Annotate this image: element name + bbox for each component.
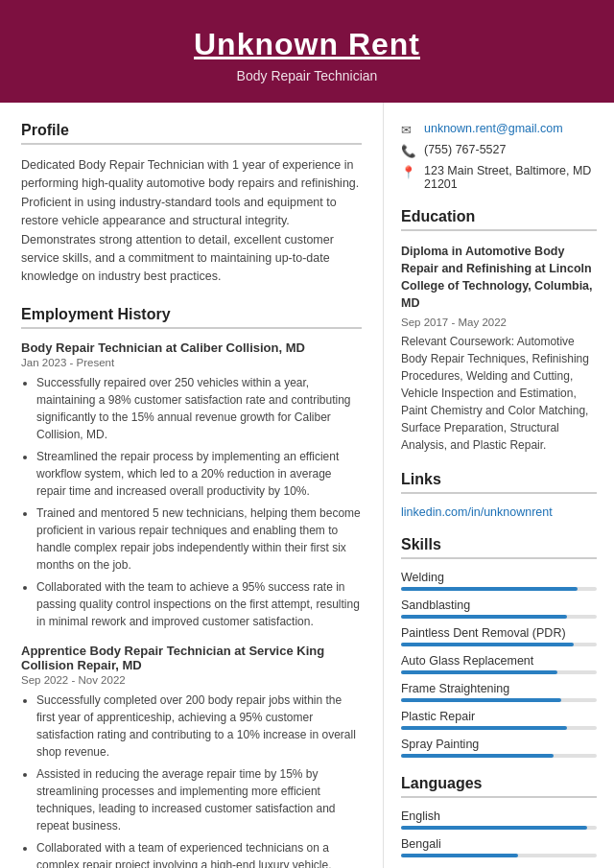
job-title-1: Body Repair Technician at Caliber Collis…: [21, 340, 362, 355]
bullet: Collaborated with the team to achieve a …: [36, 578, 362, 630]
bullet: Collaborated with a team of experienced …: [36, 839, 362, 868]
skill-item: Frame Straightening: [401, 682, 597, 702]
education-divider: [401, 229, 597, 231]
languages-divider: [401, 796, 597, 798]
skill-bar-fill: [401, 698, 561, 702]
skills-title: Skills: [401, 536, 597, 553]
contact-address-item: 📍 123 Main Street, Baltimore, MD 21201: [401, 164, 597, 191]
bullet: Assisted in reducing the average repair …: [36, 765, 362, 834]
left-column: Profile Dedicated Body Repair Technician…: [0, 103, 384, 868]
job-bullets-1: Successfully repaired over 250 vehicles …: [21, 374, 362, 630]
skill-bar-fill: [401, 754, 554, 758]
edu-desc-1: Relevant Coursework: Automotive Body Rep…: [401, 333, 597, 454]
skill-bar-bg: [401, 754, 597, 758]
job-date-2: Sep 2022 - Nov 2022: [21, 674, 362, 686]
resume-header: Unknown Rent Body Repair Technician: [0, 0, 614, 103]
main-layout: Profile Dedicated Body Repair Technician…: [0, 103, 614, 868]
job-title-2: Apprentice Body Repair Technician at Ser…: [21, 644, 362, 672]
lang-bar-fill: [401, 854, 518, 857]
bullet: Streamlined the repair process by implem…: [36, 448, 362, 500]
skill-bar-fill: [401, 670, 557, 674]
skill-item: Spray Painting: [401, 738, 597, 758]
language-item: English: [401, 809, 597, 830]
lang-bar-fill: [401, 826, 587, 830]
contact-phone-item: 📞 (755) 767-5527: [401, 143, 597, 158]
job-bullets-2: Successfully completed over 200 body rep…: [21, 692, 362, 868]
lang-bar-bg: [401, 854, 597, 857]
skills-divider: [401, 557, 597, 559]
job-entry-1: Body Repair Technician at Caliber Collis…: [21, 340, 362, 630]
skill-bar-bg: [401, 615, 597, 619]
skill-item: Sandblasting: [401, 598, 597, 619]
job-entry-2: Apprentice Body Repair Technician at Ser…: [21, 644, 362, 868]
contact-email-item: ✉ unknown.rent@gmail.com: [401, 122, 597, 137]
languages-section: Languages English Bengali: [401, 775, 597, 857]
language-item: Bengali: [401, 837, 597, 857]
skill-bar-fill: [401, 643, 574, 646]
skill-bar-fill: [401, 726, 567, 730]
edu-degree-1: Diploma in Automotive Body Repair and Re…: [401, 243, 597, 313]
skill-bar-bg: [401, 643, 597, 646]
linkedin-link[interactable]: linkedin.com/in/unknownrent: [401, 505, 597, 519]
email-icon: ✉: [401, 123, 416, 137]
edu-entry-1: Diploma in Automotive Body Repair and Re…: [401, 243, 597, 454]
email-link[interactable]: unknown.rent@gmail.com: [424, 122, 563, 135]
skill-item: Plastic Repair: [401, 710, 597, 730]
lang-bar-bg: [401, 826, 597, 830]
bullet: Trained and mentored 5 new technicians, …: [36, 504, 362, 574]
location-icon: 📍: [401, 165, 416, 179]
profile-section: Profile Dedicated Body Repair Technician…: [21, 122, 362, 287]
employment-title: Employment History: [21, 306, 362, 323]
links-title: Links: [401, 471, 597, 488]
skill-bar-bg: [401, 698, 597, 702]
skill-bar-bg: [401, 726, 597, 730]
bullet: Successfully repaired over 250 vehicles …: [36, 374, 362, 443]
employment-divider: [21, 327, 362, 329]
bullet: Successfully completed over 200 body rep…: [36, 692, 362, 761]
skill-item: Auto Glass Replacement: [401, 654, 597, 674]
language-name: Bengali: [401, 837, 597, 851]
skill-bar-fill: [401, 587, 578, 591]
skill-item: Welding: [401, 571, 597, 591]
skill-name: Frame Straightening: [401, 682, 597, 695]
address-text: 123 Main Street, Baltimore, MD 21201: [424, 164, 597, 191]
language-name: English: [401, 809, 597, 823]
job-date-1: Jan 2023 - Present: [21, 357, 362, 368]
employment-section: Employment History Body Repair Technicia…: [21, 306, 362, 868]
edu-date-1: Sep 2017 - May 2022: [401, 317, 597, 328]
phone-icon: 📞: [401, 144, 416, 158]
links-section: Links linkedin.com/in/unknownrent: [401, 471, 597, 519]
candidate-title: Body Repair Technician: [19, 68, 595, 83]
skill-name: Spray Painting: [401, 738, 597, 751]
skill-name: Plastic Repair: [401, 710, 597, 723]
links-divider: [401, 492, 597, 494]
skills-list: Welding Sandblasting Paintless Dent Remo…: [401, 571, 597, 758]
profile-title: Profile: [21, 122, 362, 139]
skills-section: Skills Welding Sandblasting Paintless De…: [401, 536, 597, 758]
right-column: ✉ unknown.rent@gmail.com 📞 (755) 767-552…: [384, 103, 614, 868]
contact-section: ✉ unknown.rent@gmail.com 📞 (755) 767-552…: [401, 122, 597, 191]
skill-name: Auto Glass Replacement: [401, 654, 597, 668]
profile-text: Dedicated Body Repair Technician with 1 …: [21, 156, 362, 287]
phone-text: (755) 767-5527: [424, 143, 506, 156]
skill-bar-fill: [401, 615, 567, 619]
skill-item: Paintless Dent Removal (PDR): [401, 626, 597, 646]
skill-name: Sandblasting: [401, 598, 597, 612]
skill-bar-bg: [401, 587, 597, 591]
languages-title: Languages: [401, 775, 597, 792]
education-section: Education Diploma in Automotive Body Rep…: [401, 208, 597, 454]
skill-name: Welding: [401, 571, 597, 584]
education-title: Education: [401, 208, 597, 225]
profile-divider: [21, 143, 362, 145]
languages-list: English Bengali: [401, 809, 597, 857]
skill-name: Paintless Dent Removal (PDR): [401, 626, 597, 640]
candidate-name: Unknown Rent: [19, 27, 595, 62]
skill-bar-bg: [401, 670, 597, 674]
